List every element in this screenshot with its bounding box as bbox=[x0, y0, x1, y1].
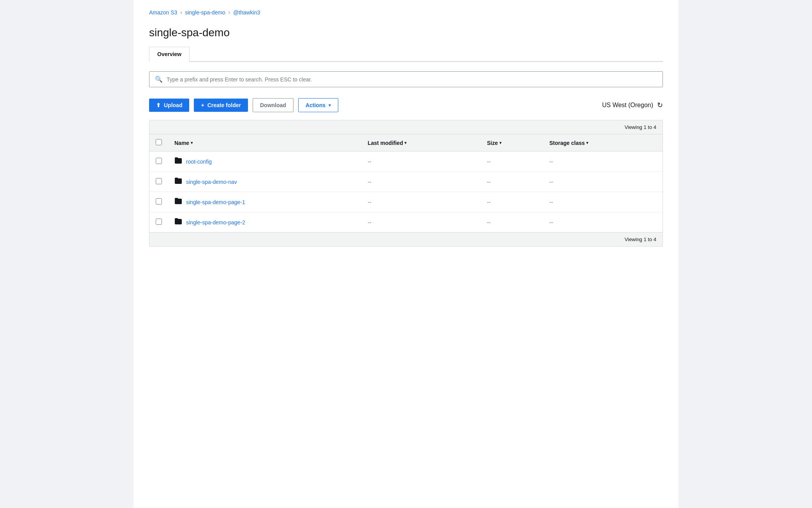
viewing-count-top: Viewing 1 to 4 bbox=[625, 124, 656, 130]
toolbar: ⬆ Upload + Create folder Download Action… bbox=[149, 98, 663, 112]
table-footer-bar: Viewing 1 to 4 bbox=[149, 232, 663, 246]
table-header-bar: Viewing 1 to 4 bbox=[149, 120, 663, 134]
table-row: single-spa-demo-page-2 -- -- -- bbox=[149, 212, 663, 233]
row-size-cell: -- bbox=[481, 212, 543, 233]
row-name-link-0[interactable]: root-config bbox=[186, 159, 212, 165]
row-checkbox-cell bbox=[149, 212, 168, 233]
row-last-modified-cell: -- bbox=[361, 192, 481, 212]
table-row: single-spa-demo-nav -- -- -- bbox=[149, 172, 663, 192]
col-last-modified[interactable]: Last modified ▾ bbox=[361, 134, 481, 152]
row-checkbox-cell bbox=[149, 192, 168, 212]
col-size-label: Size bbox=[487, 140, 498, 146]
actions-button[interactable]: Actions ▾ bbox=[298, 98, 338, 112]
folder-icon-3 bbox=[174, 218, 182, 227]
row-storage-class-cell: -- bbox=[543, 192, 663, 212]
col-name-label: Name bbox=[174, 140, 189, 146]
row-size-cell: -- bbox=[481, 172, 543, 192]
breadcrumb-sep-1: › bbox=[180, 10, 182, 15]
viewing-count-bottom: Viewing 1 to 4 bbox=[625, 236, 656, 242]
search-bar: 🔍 bbox=[149, 71, 663, 87]
folder-icon-2 bbox=[174, 198, 182, 206]
upload-button[interactable]: ⬆ Upload bbox=[149, 99, 189, 112]
region-label: US West (Oregon) bbox=[602, 102, 653, 109]
row-name-cell: single-spa-demo-page-2 bbox=[168, 212, 361, 233]
row-checkbox-cell bbox=[149, 152, 168, 172]
breadcrumb-thawkin3: @thawkin3 bbox=[233, 9, 260, 16]
row-checkbox-cell bbox=[149, 172, 168, 192]
col-storage-class-sort-icon: ▾ bbox=[586, 141, 588, 145]
col-last-modified-sort-icon: ▾ bbox=[404, 141, 406, 145]
row-checkbox-1[interactable] bbox=[156, 178, 162, 184]
row-last-modified-cell: -- bbox=[361, 212, 481, 233]
row-size-cell: -- bbox=[481, 192, 543, 212]
chevron-down-icon: ▾ bbox=[329, 103, 331, 108]
table-row: single-spa-demo-page-1 -- -- -- bbox=[149, 192, 663, 212]
row-checkbox-0[interactable] bbox=[156, 158, 162, 164]
row-storage-class-cell: -- bbox=[543, 172, 663, 192]
col-size-sort-icon: ▾ bbox=[499, 141, 501, 145]
row-name-link-1[interactable]: single-spa-demo-nav bbox=[186, 179, 237, 185]
folder-icon-0 bbox=[174, 157, 182, 166]
row-checkbox-2[interactable] bbox=[156, 198, 162, 205]
create-folder-button[interactable]: + Create folder bbox=[194, 99, 248, 112]
row-size-cell: -- bbox=[481, 152, 543, 172]
row-name-cell: root-config bbox=[168, 152, 361, 172]
col-size[interactable]: Size ▾ bbox=[481, 134, 543, 152]
download-button[interactable]: Download bbox=[253, 98, 294, 112]
row-checkbox-3[interactable] bbox=[156, 219, 162, 225]
col-storage-class-label: Storage class bbox=[549, 140, 585, 146]
col-storage-class[interactable]: Storage class ▾ bbox=[543, 134, 663, 152]
breadcrumb-sep-2: › bbox=[228, 10, 230, 15]
create-folder-label: Create folder bbox=[207, 102, 241, 108]
tab-overview[interactable]: Overview bbox=[149, 47, 190, 62]
col-name[interactable]: Name ▾ bbox=[168, 134, 361, 152]
breadcrumb: Amazon S3 › single-spa-demo › @thawkin3 bbox=[149, 9, 663, 16]
files-table: Name ▾ Last modified ▾ Size ▾ bbox=[149, 134, 663, 232]
create-folder-icon: + bbox=[201, 102, 204, 108]
row-last-modified-cell: -- bbox=[361, 172, 481, 192]
breadcrumb-amazon-s3[interactable]: Amazon S3 bbox=[149, 9, 177, 16]
select-all-checkbox[interactable] bbox=[156, 139, 162, 145]
row-name-link-3[interactable]: single-spa-demo-page-2 bbox=[186, 219, 245, 226]
col-name-sort-icon: ▾ bbox=[191, 141, 193, 145]
search-input[interactable] bbox=[167, 76, 657, 83]
files-table-container: Viewing 1 to 4 Name ▾ Las bbox=[149, 120, 663, 247]
row-storage-class-cell: -- bbox=[543, 152, 663, 172]
refresh-icon[interactable]: ↻ bbox=[657, 101, 663, 109]
col-checkbox bbox=[149, 134, 168, 152]
table-header-row: Name ▾ Last modified ▾ Size ▾ bbox=[149, 134, 663, 152]
table-row: root-config -- -- -- bbox=[149, 152, 663, 172]
search-icon: 🔍 bbox=[155, 76, 163, 83]
col-last-modified-label: Last modified bbox=[367, 140, 403, 146]
download-label: Download bbox=[260, 102, 286, 108]
upload-icon: ⬆ bbox=[156, 102, 161, 108]
region-info: US West (Oregon) ↻ bbox=[602, 101, 663, 109]
folder-icon-1 bbox=[174, 177, 182, 186]
actions-label: Actions bbox=[306, 102, 325, 108]
row-name-cell: single-spa-demo-page-1 bbox=[168, 192, 361, 212]
page-title: single-spa-demo bbox=[149, 26, 663, 39]
row-name-link-2[interactable]: single-spa-demo-page-1 bbox=[186, 199, 245, 205]
upload-label: Upload bbox=[164, 102, 182, 108]
row-name-cell: single-spa-demo-nav bbox=[168, 172, 361, 192]
row-last-modified-cell: -- bbox=[361, 152, 481, 172]
breadcrumb-single-spa-demo[interactable]: single-spa-demo bbox=[185, 9, 225, 16]
row-storage-class-cell: -- bbox=[543, 212, 663, 233]
tabs-container: Overview bbox=[149, 47, 663, 62]
